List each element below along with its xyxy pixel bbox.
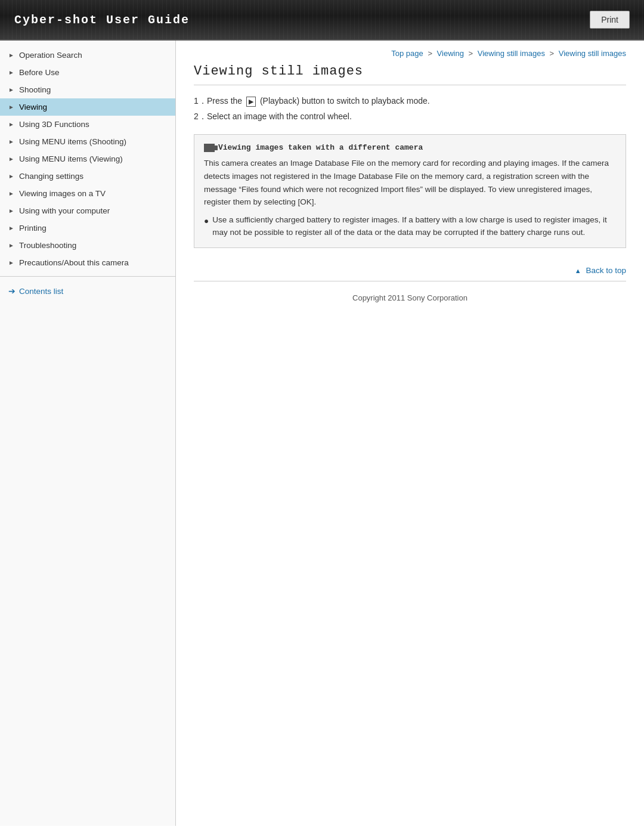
- arrow-icon: ►: [8, 208, 14, 214]
- sidebar-item-label: Viewing: [19, 103, 47, 112]
- sidebar-item-label: Using 3D Functions: [19, 120, 89, 129]
- app-title: Cyber-shot User Guide: [14, 13, 190, 27]
- sidebar-item-menu-shooting[interactable]: ► Using MENU items (Shooting): [0, 133, 175, 150]
- contents-list-link[interactable]: ➔ Contents list: [0, 281, 175, 301]
- triangle-up-icon: ▲: [575, 267, 581, 274]
- footer: Copyright 2011 Sony Corporation: [194, 287, 626, 314]
- breadcrumb-viewing[interactable]: Viewing: [437, 49, 464, 58]
- breadcrumb-viewing-still[interactable]: Viewing still images: [478, 49, 545, 58]
- playback-icon: ▶: [246, 97, 256, 107]
- sidebar-item-shooting[interactable]: ► Shooting: [0, 81, 175, 98]
- step-1-number: 1．: [194, 96, 207, 107]
- copyright-text: Copyright 2011 Sony Corporation: [352, 293, 467, 302]
- sidebar-item-viewing-tv[interactable]: ► Viewing images on a TV: [0, 185, 175, 202]
- note-title-text: Viewing images taken with a different ca…: [218, 143, 423, 152]
- arrow-icon: ►: [8, 69, 14, 76]
- sidebar-item-label: Using with your computer: [19, 206, 110, 215]
- arrow-icon: ►: [8, 242, 14, 249]
- sidebar-divider: [0, 276, 175, 277]
- arrow-icon: ►: [8, 173, 14, 179]
- back-to-top[interactable]: ▲ Back to top: [194, 260, 626, 281]
- note-bullet: ● Use a sufficiently charged battery to …: [204, 213, 616, 239]
- sidebar-item-using-3d[interactable]: ► Using 3D Functions: [0, 116, 175, 133]
- sidebar-item-label: Precautions/About this camera: [19, 258, 129, 267]
- steps-list: 1． Press the ▶ (Playback) button to swit…: [194, 96, 626, 122]
- step-2: 2． Select an image with the control whee…: [194, 112, 626, 122]
- bullet-dot-icon: ●: [204, 215, 209, 228]
- arrow-icon: ►: [8, 104, 14, 110]
- back-to-top-label: Back to top: [586, 266, 626, 275]
- sidebar-item-changing-settings[interactable]: ► Changing settings: [0, 168, 175, 185]
- sidebar-item-menu-viewing[interactable]: ► Using MENU items (Viewing): [0, 150, 175, 168]
- sidebar-item-before-use[interactable]: ► Before Use: [0, 64, 175, 81]
- sidebar-item-troubleshooting[interactable]: ► Troubleshooting: [0, 237, 175, 254]
- step-1-text: Press the ▶ (Playback) button to switch …: [207, 96, 430, 107]
- sidebar-item-label: Troubleshooting: [19, 241, 76, 250]
- step-2-text: Select an image with the control wheel.: [207, 112, 352, 121]
- note-title: Viewing images taken with a different ca…: [204, 143, 616, 152]
- contents-list-label: Contents list: [19, 287, 63, 296]
- step-2-number: 2．: [194, 112, 207, 122]
- note-box: Viewing images taken with a different ca…: [194, 134, 626, 248]
- main-container: ► Operation Search ► Before Use ► Shooti…: [0, 41, 644, 826]
- page-number: 74: [0, 826, 644, 833]
- sidebar-item-label: Printing: [19, 224, 47, 233]
- breadcrumb-current[interactable]: Viewing still images: [559, 49, 626, 58]
- sidebar-item-label: Before Use: [19, 68, 60, 77]
- arrow-right-icon: ➔: [8, 286, 16, 296]
- sidebar-item-label: Changing settings: [19, 172, 83, 181]
- breadcrumb-sep1: >: [428, 49, 434, 58]
- content-area: Top page > Viewing > Viewing still image…: [176, 41, 644, 826]
- sidebar-item-label: Using MENU items (Shooting): [19, 137, 126, 146]
- arrow-icon: ►: [8, 156, 14, 162]
- sidebar-item-precautions[interactable]: ► Precautions/About this camera: [0, 254, 175, 271]
- back-to-top-link[interactable]: ▲ Back to top: [575, 266, 626, 275]
- note-body: This camera creates an Image Database Fi…: [204, 157, 616, 208]
- arrow-icon: ►: [8, 121, 14, 128]
- breadcrumb-sep3: >: [550, 49, 556, 58]
- breadcrumb-toppage[interactable]: Top page: [391, 49, 423, 58]
- header: Cyber-shot User Guide Print: [0, 0, 644, 41]
- sidebar-item-using-computer[interactable]: ► Using with your computer: [0, 202, 175, 219]
- step-1: 1． Press the ▶ (Playback) button to swit…: [194, 96, 626, 107]
- breadcrumb-sep2: >: [469, 49, 475, 58]
- sidebar-item-printing[interactable]: ► Printing: [0, 219, 175, 237]
- note-bullet-text: Use a sufficiently charged battery to re…: [212, 213, 616, 239]
- sidebar-item-label: Operation Search: [19, 51, 82, 60]
- arrow-icon: ►: [8, 52, 14, 58]
- sidebar-item-label: Viewing images on a TV: [19, 189, 106, 198]
- breadcrumb: Top page > Viewing > Viewing still image…: [194, 41, 626, 64]
- arrow-icon: ►: [8, 190, 14, 197]
- sidebar-item-label: Using MENU items (Viewing): [19, 154, 123, 163]
- print-button[interactable]: Print: [590, 11, 630, 29]
- arrow-icon: ►: [8, 259, 14, 266]
- note-icon: [204, 144, 215, 152]
- footer-divider: [194, 281, 626, 281]
- page-title: Viewing still images: [194, 64, 626, 85]
- arrow-icon: ►: [8, 225, 14, 231]
- arrow-icon: ►: [8, 138, 14, 145]
- sidebar-item-viewing[interactable]: ► Viewing: [0, 98, 175, 116]
- sidebar-item-operation-search[interactable]: ► Operation Search: [0, 47, 175, 64]
- arrow-icon: ►: [8, 86, 14, 93]
- sidebar: ► Operation Search ► Before Use ► Shooti…: [0, 41, 176, 826]
- sidebar-item-label: Shooting: [19, 85, 51, 94]
